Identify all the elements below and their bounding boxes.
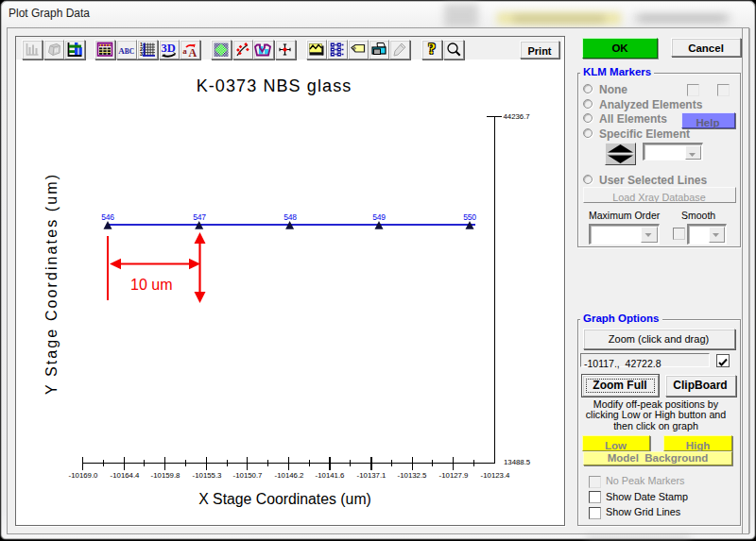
svg-text:3D: 3D: [161, 42, 175, 55]
svg-text:a: a: [183, 46, 188, 56]
svg-text:3: 3: [140, 51, 143, 57]
svg-text:A: A: [189, 46, 198, 59]
